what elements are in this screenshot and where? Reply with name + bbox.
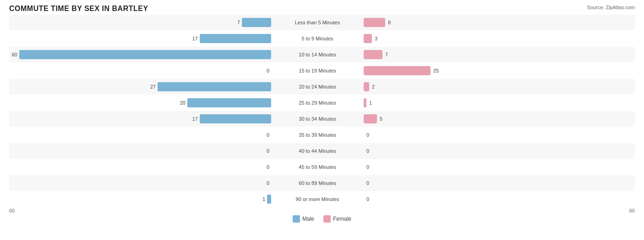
female-bar: [364, 50, 382, 59]
female-swatch: [323, 215, 331, 223]
male-value: 0: [267, 180, 269, 186]
row-label: 40 to 44 Minutes: [275, 148, 360, 154]
row-label: 25 to 29 Minutes: [275, 100, 360, 106]
male-value: 27: [150, 84, 156, 89]
female-label: Female: [333, 216, 351, 222]
row-label: 20 to 24 Minutes: [275, 84, 360, 89]
female-bar: [364, 98, 366, 107]
male-bar: [158, 82, 271, 91]
table-row: 190 or more Minutes0: [9, 191, 635, 207]
row-label: 30 to 34 Minutes: [275, 116, 360, 122]
source-text: Source: ZipAtlas.com: [587, 5, 635, 10]
male-label: Male: [302, 216, 314, 222]
male-value: 60: [12, 52, 17, 57]
legend-female: Female: [323, 215, 351, 223]
row-label: 35 to 39 Minutes: [275, 132, 360, 138]
female-value: 2: [372, 84, 375, 89]
female-bar: [364, 114, 377, 123]
table-row: 040 to 44 Minutes0: [9, 143, 635, 159]
female-value: 0: [366, 148, 369, 154]
male-bar: [267, 195, 271, 204]
female-value: 0: [366, 196, 369, 202]
male-bar: [187, 98, 271, 107]
table-row: 060 to 89 Minutes0: [9, 175, 635, 191]
male-value: 0: [267, 132, 269, 138]
female-value: 7: [385, 52, 388, 57]
table-row: 2025 to 29 Minutes1: [9, 95, 635, 111]
table-row: 035 to 39 Minutes0: [9, 127, 635, 143]
female-value: 0: [366, 180, 369, 186]
female-value: 25: [433, 68, 439, 73]
row-label: 60 to 89 Minutes: [275, 180, 360, 186]
legend: Male Female: [9, 215, 635, 223]
table-row: 2720 to 24 Minutes2: [9, 79, 635, 95]
female-value: 3: [375, 36, 377, 41]
legend-male: Male: [293, 215, 314, 223]
table-row: 045 to 59 Minutes0: [9, 159, 635, 175]
chart-title: COMMUTE TIME BY SEX IN BARTLEY: [9, 5, 635, 13]
table-row: 015 to 19 Minutes25: [9, 63, 635, 78]
female-value: 5: [380, 116, 382, 122]
chart-area: 7Less than 5 Minutes8175 to 9 Minutes360…: [9, 15, 635, 207]
female-bar: [364, 66, 431, 75]
row-label: 90 or more Minutes: [275, 196, 360, 202]
male-bar: [200, 114, 271, 123]
male-value: 7: [237, 20, 240, 25]
male-value: 0: [267, 164, 269, 170]
row-label: 5 to 9 Minutes: [275, 36, 360, 41]
male-value: 1: [262, 196, 265, 202]
male-swatch: [293, 215, 300, 223]
female-bar: [364, 82, 369, 91]
table-row: 6010 to 14 Minutes7: [9, 47, 635, 62]
row-label: Less than 5 Minutes: [275, 20, 360, 25]
axis-label-left: 60: [9, 208, 15, 213]
male-bar: [200, 34, 271, 43]
female-bar: [364, 18, 385, 27]
row-label: 45 to 59 Minutes: [275, 164, 360, 170]
chart-container: COMMUTE TIME BY SEX IN BARTLEY Source: Z…: [0, 0, 644, 240]
male-value: 17: [192, 36, 198, 41]
table-row: 175 to 9 Minutes3: [9, 31, 635, 46]
row-label: 15 to 19 Minutes: [275, 68, 360, 73]
female-value: 0: [366, 132, 369, 138]
male-value: 17: [192, 116, 198, 122]
female-value: 8: [388, 20, 391, 25]
male-value: 0: [267, 68, 269, 73]
axis-label-right: 60: [629, 208, 635, 213]
female-value: 1: [369, 100, 372, 106]
bottom-axis: 60 60: [9, 208, 635, 213]
male-bar: [242, 18, 271, 27]
male-bar: [19, 50, 271, 59]
female-value: 0: [366, 164, 369, 170]
male-value: 0: [267, 148, 269, 154]
female-bar: [364, 34, 372, 43]
table-row: 7Less than 5 Minutes8: [9, 15, 635, 30]
table-row: 1730 to 34 Minutes5: [9, 111, 635, 127]
male-value: 20: [180, 100, 186, 106]
row-label: 10 to 14 Minutes: [275, 52, 360, 57]
